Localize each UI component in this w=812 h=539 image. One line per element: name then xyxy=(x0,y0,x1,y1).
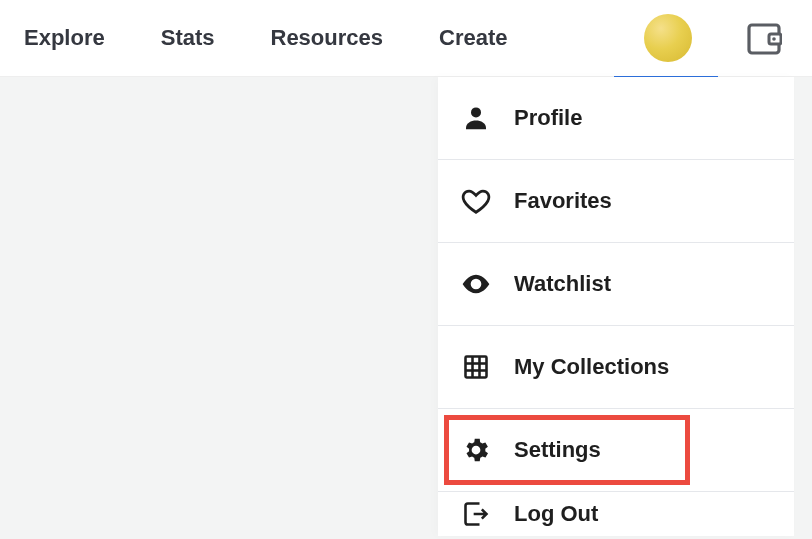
user-dropdown-menu: Profile Favorites Watchlist xyxy=(438,77,794,536)
nav-resources[interactable]: Resources xyxy=(271,25,384,51)
logout-icon xyxy=(456,500,496,528)
menu-label-favorites: Favorites xyxy=(514,188,612,214)
nav-stats[interactable]: Stats xyxy=(161,25,215,51)
grid-icon xyxy=(456,353,496,381)
svg-point-3 xyxy=(471,107,481,117)
top-navigation: Explore Stats Resources Create xyxy=(0,0,812,77)
menu-label-my-collections: My Collections xyxy=(514,354,669,380)
wallet-icon[interactable] xyxy=(746,22,782,60)
menu-item-log-out[interactable]: Log Out xyxy=(438,492,794,536)
menu-label-watchlist: Watchlist xyxy=(514,271,611,297)
heart-icon xyxy=(456,186,496,216)
svg-point-2 xyxy=(772,37,776,41)
menu-item-my-collections[interactable]: My Collections xyxy=(438,326,794,409)
avatar[interactable] xyxy=(644,14,692,62)
nav-create[interactable]: Create xyxy=(439,25,507,51)
svg-point-4 xyxy=(473,281,478,286)
eye-icon xyxy=(456,268,496,300)
menu-label-profile: Profile xyxy=(514,105,582,131)
menu-item-watchlist[interactable]: Watchlist xyxy=(438,243,794,326)
person-icon xyxy=(456,103,496,133)
menu-label-settings: Settings xyxy=(514,437,601,463)
gear-icon xyxy=(456,435,496,465)
menu-item-settings[interactable]: Settings xyxy=(438,409,794,492)
menu-item-favorites[interactable]: Favorites xyxy=(438,160,794,243)
nav-explore[interactable]: Explore xyxy=(24,25,105,51)
menu-label-log-out: Log Out xyxy=(514,501,598,527)
svg-rect-5 xyxy=(466,357,487,378)
menu-item-profile[interactable]: Profile xyxy=(438,77,794,160)
